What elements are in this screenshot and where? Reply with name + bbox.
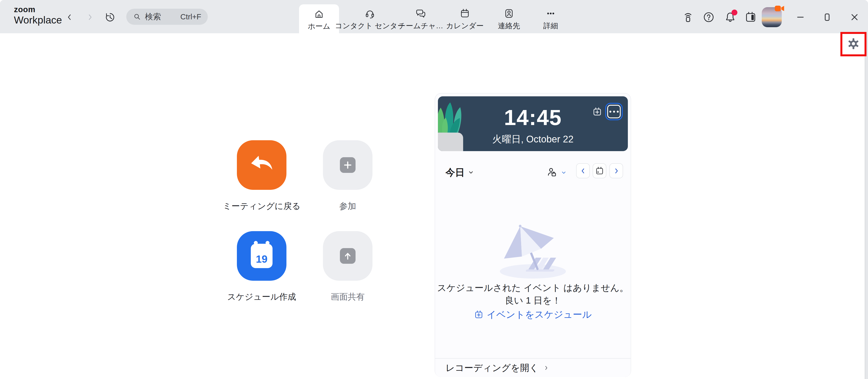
- share-screen-button[interactable]: [323, 231, 372, 281]
- help-button[interactable]: [702, 10, 715, 24]
- reply-arrow-icon: [246, 149, 278, 181]
- notifications-button[interactable]: [723, 10, 737, 24]
- tab-label: カレンダー: [446, 21, 484, 31]
- chevron-down-icon: [560, 169, 567, 176]
- help-icon: [703, 11, 714, 23]
- home-icon: [314, 8, 324, 20]
- history-icon: [104, 11, 116, 23]
- chevron-right-icon: [85, 12, 95, 22]
- tab-home[interactable]: ホーム: [299, 4, 339, 33]
- next-day-button[interactable]: [609, 163, 623, 178]
- search-box[interactable]: Ctrl+F: [126, 9, 208, 25]
- chevron-left-icon: [65, 12, 74, 22]
- schedule-label: スケジュール作成: [216, 291, 307, 303]
- add-event-button[interactable]: [592, 106, 602, 117]
- back-button[interactable]: [63, 11, 75, 23]
- device-signal-icon: [682, 11, 694, 23]
- schedule-event-label: イベントをスケジュール: [487, 308, 592, 321]
- calendar-19-icon: 19: [251, 244, 273, 268]
- tab-label: 連絡先: [498, 21, 520, 31]
- chevron-right-icon: [543, 365, 549, 371]
- notification-badge: [732, 9, 737, 16]
- settings-button[interactable]: [846, 36, 861, 51]
- chat-bubbles-icon: [415, 8, 426, 19]
- tab-label: 詳細: [543, 21, 558, 31]
- person-filter-icon: [546, 167, 558, 178]
- share-screen-label: 画面共有: [302, 291, 393, 303]
- calendar-plus-icon: [474, 310, 484, 319]
- empty-state-line2: 良い 1 日を！: [435, 294, 631, 307]
- logo-line1: zoom: [14, 5, 62, 14]
- tab-more[interactable]: 詳細: [525, 0, 577, 33]
- schedule-event-link[interactable]: イベントをスケジュール: [435, 308, 631, 321]
- join-label: 参加: [302, 200, 393, 212]
- search-input[interactable]: [145, 12, 177, 21]
- clock-more-button[interactable]: [605, 103, 623, 120]
- gear-icon: [847, 38, 860, 50]
- event-filter-dropdown[interactable]: [546, 166, 567, 179]
- goto-today-button[interactable]: [593, 163, 606, 178]
- calendar-hook: [266, 241, 270, 245]
- calendar-dot-icon: [595, 166, 604, 175]
- calendar-plus-icon: [592, 107, 602, 117]
- tab-label: コンタクト センター: [335, 21, 405, 31]
- beach-umbrella-illustration: [486, 221, 580, 280]
- scrollbar[interactable]: [865, 33, 868, 379]
- chevron-down-icon: [467, 169, 475, 176]
- return-to-meeting-button[interactable]: [237, 140, 286, 190]
- open-recordings-label: レコーディングを開く: [445, 362, 538, 374]
- logo-line2: Workplace: [14, 14, 62, 25]
- search-icon: [133, 12, 142, 21]
- maximize-icon: [822, 12, 832, 22]
- arrow-up-icon: [340, 248, 355, 264]
- profile-avatar[interactable]: [762, 7, 782, 27]
- upcoming-events-panel: 14:45 火曜日, October 22 今日: [435, 93, 631, 377]
- forward-button[interactable]: [84, 11, 96, 23]
- schedule-button[interactable]: 19: [237, 231, 286, 281]
- open-recordings-row[interactable]: レコーディングを開く: [435, 358, 631, 377]
- today-label: 今日: [445, 166, 465, 179]
- close-button[interactable]: [847, 10, 862, 24]
- chevron-right-icon: [612, 167, 620, 175]
- empty-state-line1: スケジュールされた イベント はありません。: [435, 282, 631, 294]
- minimize-icon: [795, 12, 806, 22]
- return-to-meeting-label: ミーティングに戻る: [216, 200, 307, 212]
- calendar-icon: [460, 8, 470, 19]
- previous-day-button[interactable]: [576, 163, 590, 178]
- title-bar: zoom Workplace Ctrl+F ホーム コンタクト センター: [0, 0, 868, 33]
- home-content: ミーティングに戻る 参加 19 スケジュール作成 画面共有: [0, 33, 868, 379]
- ellipsis-icon: [607, 105, 621, 118]
- video-on-status-icon: [775, 5, 785, 12]
- side-panel-icon: [745, 11, 756, 23]
- calendar-day-number: 19: [256, 253, 267, 265]
- ellipsis-icon: [546, 8, 556, 19]
- clock-widget: 14:45 火曜日, October 22: [438, 96, 628, 151]
- side-panel-toggle-button[interactable]: [744, 10, 757, 24]
- tab-contact-center[interactable]: コンタクト センター: [344, 0, 396, 33]
- zoom-workplace-window: zoom Workplace Ctrl+F ホーム コンタクト センター: [0, 0, 868, 379]
- calendar-hook: [254, 241, 258, 245]
- connect-device-button[interactable]: [681, 10, 695, 24]
- history-button[interactable]: [103, 11, 117, 24]
- chevron-left-icon: [579, 167, 587, 175]
- join-button[interactable]: [323, 140, 372, 190]
- plus-icon: [340, 157, 355, 173]
- today-dropdown[interactable]: 今日: [445, 166, 475, 179]
- maximize-button[interactable]: [820, 10, 834, 24]
- minimize-button[interactable]: [794, 10, 807, 24]
- tab-label: ホーム: [308, 21, 330, 31]
- contacts-icon: [504, 8, 514, 19]
- close-icon: [849, 12, 860, 22]
- tab-label: チームチャ…: [398, 21, 443, 31]
- search-shortcut: Ctrl+F: [180, 12, 201, 21]
- headset-icon: [365, 8, 375, 19]
- zoom-workplace-logo: zoom Workplace: [14, 5, 62, 25]
- clock-date: 火曜日, October 22: [438, 133, 628, 146]
